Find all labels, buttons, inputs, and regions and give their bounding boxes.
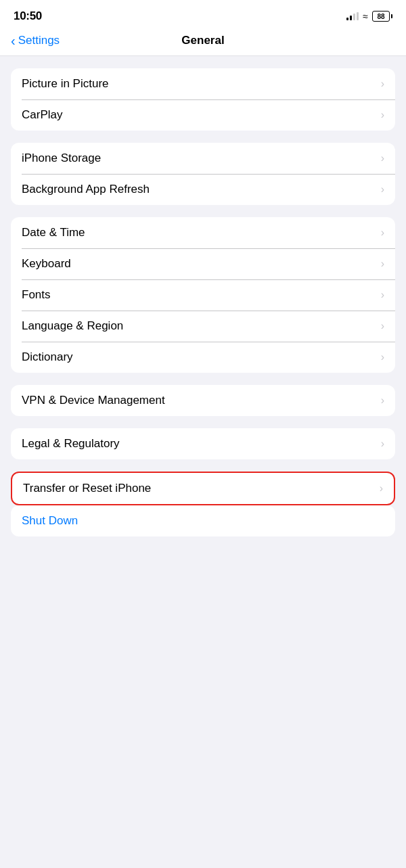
keyboard-row[interactable]: Keyboard › [11, 248, 395, 279]
back-chevron-icon: ‹ [11, 34, 16, 47]
fonts-row[interactable]: Fonts › [11, 279, 395, 311]
vpn-label: VPN & Device Management [22, 394, 165, 407]
settings-content: Picture in Picture › CarPlay › iPhone St… [0, 68, 406, 562]
signal-icon [346, 12, 359, 20]
legal-section: Legal & Regulatory › [11, 428, 395, 459]
chevron-icon: › [381, 289, 384, 301]
media-section: Picture in Picture › CarPlay › [11, 68, 395, 131]
shutdown-label[interactable]: Shut Down [22, 514, 78, 528]
legal-row[interactable]: Legal & Regulatory › [11, 428, 395, 459]
chevron-icon: › [381, 320, 384, 332]
status-icons: ≈ 88 [346, 11, 392, 22]
status-time: 10:50 [14, 9, 42, 23]
vpn-row[interactable]: VPN & Device Management › [11, 385, 395, 416]
chevron-icon: › [381, 227, 384, 239]
transfer-reset-section: Transfer or Reset iPhone › [11, 472, 395, 505]
battery-indicator: 88 [372, 11, 392, 22]
back-button[interactable]: ‹ Settings [11, 34, 60, 47]
bottom-spacer [0, 549, 406, 562]
background-app-refresh-label: Background App Refresh [22, 183, 150, 196]
chevron-icon: › [381, 438, 384, 450]
language-region-row[interactable]: Language & Region › [11, 311, 395, 342]
chevron-icon: › [381, 351, 384, 363]
picture-in-picture-label: Picture in Picture [22, 77, 109, 91]
chevron-icon: › [381, 152, 384, 164]
chevron-icon: › [381, 258, 384, 270]
wifi-icon: ≈ [363, 11, 368, 22]
picture-in-picture-row[interactable]: Picture in Picture › [11, 68, 395, 99]
language-section: Date & Time › Keyboard › Fonts › Languag… [11, 217, 395, 373]
legal-label: Legal & Regulatory [22, 437, 120, 451]
battery-level: 88 [377, 13, 384, 20]
chevron-icon: › [381, 78, 384, 90]
shutdown-section: Shut Down [11, 505, 395, 536]
battery-tip [391, 14, 392, 18]
background-app-refresh-row[interactable]: Background App Refresh › [11, 174, 395, 205]
chevron-icon: › [380, 482, 383, 495]
chevron-icon: › [381, 394, 384, 407]
status-bar: 10:50 ≈ 88 [0, 0, 406, 28]
carplay-label: CarPlay [22, 108, 62, 122]
page-title: General [181, 34, 224, 47]
date-time-label: Date & Time [22, 226, 85, 239]
transfer-reset-row[interactable]: Transfer or Reset iPhone › [12, 473, 394, 504]
vpn-section: VPN & Device Management › [11, 385, 395, 416]
iphone-storage-label: iPhone Storage [22, 152, 101, 165]
chevron-icon: › [381, 109, 384, 121]
dictionary-label: Dictionary [22, 350, 73, 364]
date-time-row[interactable]: Date & Time › [11, 217, 395, 248]
transfer-reset-label: Transfer or Reset iPhone [23, 482, 151, 495]
nav-header: ‹ Settings General [0, 28, 406, 56]
fonts-label: Fonts [22, 288, 51, 302]
keyboard-label: Keyboard [22, 257, 71, 271]
chevron-icon: › [381, 183, 384, 196]
storage-section: iPhone Storage › Background App Refresh … [11, 143, 395, 205]
language-region-label: Language & Region [22, 319, 123, 333]
shutdown-row[interactable]: Shut Down [11, 505, 395, 536]
carplay-row[interactable]: CarPlay › [11, 99, 395, 131]
back-label: Settings [18, 34, 60, 47]
transfer-section-wrapper: Transfer or Reset iPhone › [11, 472, 395, 505]
iphone-storage-row[interactable]: iPhone Storage › [11, 143, 395, 174]
dictionary-row[interactable]: Dictionary › [11, 342, 395, 373]
